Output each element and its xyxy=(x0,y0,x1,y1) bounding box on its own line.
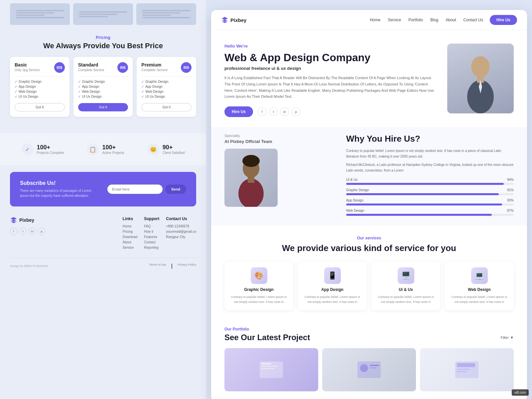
skills-section: UI & Ux 94% Graphic Design 91% xyxy=(346,178,514,216)
hero-image xyxy=(447,44,514,113)
skill-name-3: Web Design xyxy=(346,209,364,212)
service-desc-2: Contrary to popular belief, Lorem Ipsum … xyxy=(376,295,436,304)
footer-support-features[interactable]: Features xyxy=(144,235,159,239)
card-feature-prem-4: UI Ux Design xyxy=(141,95,192,98)
stat-client-satisfied: 😊 90+ Client Satisfied xyxy=(147,143,185,155)
skill-track-0 xyxy=(346,183,514,185)
hero-hire-button[interactable]: Hire Us xyxy=(224,106,253,117)
graphic-design-icon: 🎨 xyxy=(251,267,267,284)
footer-link-about[interactable]: About xyxy=(123,240,137,244)
svg-rect-17 xyxy=(457,363,475,367)
hero-tag: Hello We're xyxy=(224,44,437,49)
hero-facebook-icon[interactable]: f xyxy=(258,107,266,116)
footer-links-col: Links Home Pricing Download About Servic… xyxy=(123,216,137,251)
subscribe-email-input[interactable] xyxy=(107,185,163,194)
skill-fill-0 xyxy=(346,183,504,185)
skill-fill-3 xyxy=(346,214,492,216)
nav-link-portfolio[interactable]: Portfolio xyxy=(408,18,423,22)
card-feature-prem-2: App Design xyxy=(141,85,192,88)
nav-link-about[interactable]: About xyxy=(446,18,456,22)
nav-link-service[interactable]: Service xyxy=(388,18,401,22)
footer-facebook-icon[interactable]: f xyxy=(10,228,17,235)
svg-rect-9 xyxy=(261,363,271,364)
footer-contact-email: youremail@gmail.co xyxy=(166,230,196,233)
footer-link-download[interactable]: Download xyxy=(123,235,137,239)
footer-support-reporting[interactable]: Reporting xyxy=(144,246,159,249)
stat-active-projects: 📋 100+ Active Projects xyxy=(87,143,124,155)
hero-social-icons: f t in p xyxy=(258,107,300,116)
card-feature-std-1: Graphic Design xyxy=(78,80,128,83)
hero-twitter-icon[interactable]: t xyxy=(269,107,278,116)
hero-person-svg xyxy=(461,50,500,113)
subscribe-send-button[interactable]: Send xyxy=(165,185,186,194)
footer-contact-phone: +880 12345678 xyxy=(166,224,196,228)
hero-linkedin-icon[interactable]: in xyxy=(280,107,289,116)
footer-support-faq[interactable]: FAQ xyxy=(144,224,159,228)
nav-logo: Pixbey xyxy=(221,16,246,24)
skill-row-web: Web Design 87% xyxy=(346,209,514,216)
pricing-card-standard: Standard Complete Service 80$ Graphic De… xyxy=(73,57,133,117)
card-header-standard: Standard Complete Service 80$ xyxy=(78,62,128,73)
skill-pct-2: 93% xyxy=(507,199,514,202)
footer-linkedin-icon[interactable]: in xyxy=(29,228,36,235)
footer-support-contact[interactable]: Contact xyxy=(144,240,159,244)
footer-link-pricing[interactable]: Pricing xyxy=(123,230,137,233)
pricing-section: Pricing We Always Provide You Best Price… xyxy=(0,32,206,127)
got-it-standard-button[interactable]: Got It xyxy=(78,103,128,111)
footer-support-howit[interactable]: How it xyxy=(144,230,159,233)
card-feature-basic-3: Web Design xyxy=(15,90,65,93)
skill-row-app: App Design 93% xyxy=(346,199,514,205)
portfolio-section: Our Portfolio See Our Latest Project Fil… xyxy=(211,320,527,399)
preview-images xyxy=(0,0,206,32)
nav-hire-button[interactable]: Hire Us xyxy=(490,15,517,25)
speciality-col: Speciality At Pixbey Official Team xyxy=(224,134,336,219)
svg-rect-18 xyxy=(457,369,470,370)
footer-link-home[interactable]: Home xyxy=(123,224,137,228)
checkmark-circle-icon: ✓ xyxy=(22,143,34,155)
card-price-basic: 80$ xyxy=(54,62,65,73)
subscribe-desc: There are many variations of passages of… xyxy=(20,188,101,198)
got-it-premium-button[interactable]: Got It xyxy=(141,103,192,111)
nav-link-blog[interactable]: Blog xyxy=(430,18,438,22)
svg-point-13 xyxy=(360,364,368,372)
hero-subtitle: professional freelance ui & ux design xyxy=(224,66,437,71)
nav-logo-icon xyxy=(221,16,228,24)
footer-privacy-link[interactable]: Privacy Policy xyxy=(178,263,196,269)
card-feature-prem-1: Graphic Design xyxy=(141,80,192,83)
portfolio-preview-2 xyxy=(356,360,382,380)
skill-fill-1 xyxy=(346,193,499,195)
card-feature-basic-2: App Design xyxy=(15,85,65,88)
got-it-basic-button[interactable]: Got It xyxy=(15,103,65,111)
service-name-3: Web Design xyxy=(450,287,509,292)
card-header-basic: Basic Only Jpg Service 80$ xyxy=(15,62,65,73)
speciality-title: At Pixbey Official Team xyxy=(224,139,336,144)
subscribe-text: Subscribe Us! There are many variations … xyxy=(20,180,101,198)
svg-rect-14 xyxy=(370,365,379,366)
portfolio-preview-1 xyxy=(258,360,285,380)
card-price-premium: 80$ xyxy=(181,62,192,73)
pricing-card-basic: Basic Only Jpg Service 80$ Graphic Desig… xyxy=(10,57,69,117)
service-card-web: 💻 Web Design Contrary to popular belief,… xyxy=(445,261,514,310)
footer-link-service[interactable]: Service xyxy=(123,246,137,249)
why-desc-2: Richard McClintock, a Latin professor at… xyxy=(346,162,514,173)
footer-pinterest-icon[interactable]: p xyxy=(38,228,45,235)
nav-link-home[interactable]: Home xyxy=(370,18,380,22)
hero-pinterest-icon[interactable]: p xyxy=(292,107,300,116)
svg-point-0 xyxy=(471,56,490,77)
ui-ux-icon: 🖥️ xyxy=(398,267,414,284)
filter-button[interactable]: Filter ▼ xyxy=(501,335,514,339)
skill-pct-1: 91% xyxy=(507,188,514,192)
footer-terms-link[interactable]: Terms of use xyxy=(149,263,166,269)
left-panel: Pricing We Always Provide You Best Price… xyxy=(0,0,206,399)
footer: Pixbey f t in p Links Home Pricing Downl… xyxy=(0,206,206,279)
nav-link-contact[interactable]: Contact Us xyxy=(464,18,483,22)
service-desc-0: Contrary to popular belief, Lorem Ipsum … xyxy=(229,295,289,304)
hero-actions: Hire Us f t in p xyxy=(224,106,437,117)
footer-bottom: Design by @BM Productions Terms of use |… xyxy=(10,258,196,269)
pricing-title: We Always Provide You Best Price xyxy=(10,42,196,50)
footer-twitter-icon[interactable]: t xyxy=(19,228,27,235)
preview-img-3 xyxy=(136,3,196,25)
skill-name-0: UI & Ux xyxy=(346,178,357,182)
smile-icon: 😊 xyxy=(147,143,159,155)
why-title: Why You Hire Us? xyxy=(346,134,514,144)
